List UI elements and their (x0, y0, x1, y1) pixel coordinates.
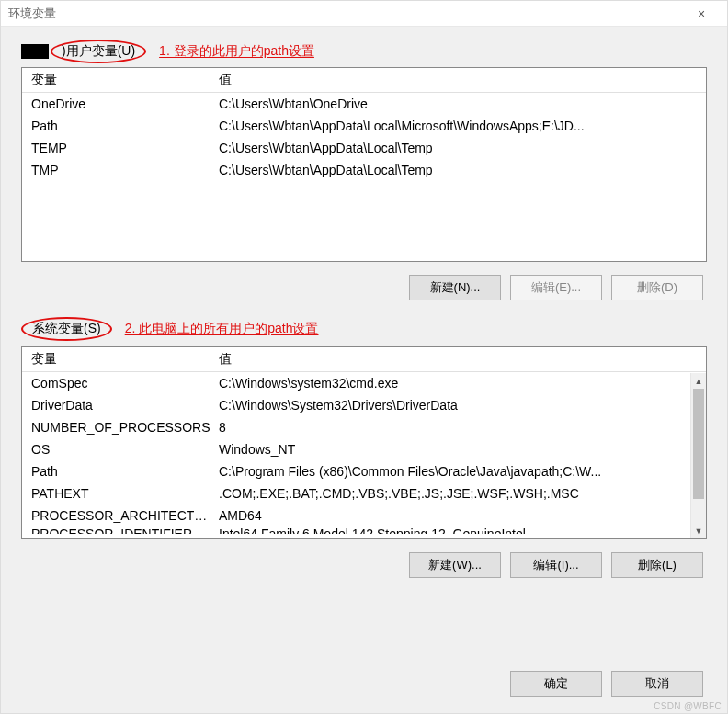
system-edit-button[interactable]: 编辑(I)... (510, 552, 602, 578)
var-name: OneDrive (22, 95, 215, 113)
var-value: Windows_NT (215, 440, 690, 459)
table-row[interactable]: ComSpecC:\Windows\system32\cmd.exe (22, 372, 690, 394)
header-value[interactable]: 值 (215, 351, 706, 368)
table-row[interactable]: PROCESSOR_ARCHITECTUREAMD64 (22, 504, 690, 527)
user-edit-button[interactable]: 编辑(E)... (510, 275, 602, 300)
system-variables-list[interactable]: 变量 值 ComSpecC:\Windows\system32\cmd.exeD… (21, 346, 707, 539)
system-section-header: 系统变量(S) 2. 此电脑上的所有用户的path设置 (21, 317, 707, 341)
watermark: CSDN @WBFC (654, 701, 722, 711)
table-row[interactable]: PATHEXT.COM;.EXE;.BAT;.CMD;.VBS;.VBE;.JS… (22, 482, 690, 504)
var-name: OS (22, 440, 215, 459)
titlebar: 环境变量 × (1, 1, 727, 27)
user-variables-list[interactable]: 变量 值 OneDriveC:\Users\Wbtan\OneDrivePath… (21, 67, 707, 262)
header-variable[interactable]: 变量 (22, 351, 215, 368)
var-value: C:\Users\Wbtan\OneDrive (215, 95, 706, 113)
dialog-content: )用户变量(U) 1. 登录的此用户的path设置 变量 值 OneDriveC… (1, 27, 727, 596)
var-name: TMP (22, 161, 215, 179)
var-value: C:\Users\Wbtan\AppData\Local\Microsoft\W… (215, 117, 706, 135)
scrollbar[interactable]: ▲ ▼ (690, 373, 706, 538)
var-value: AMD64 (215, 506, 690, 525)
var-value: 8 (215, 418, 690, 436)
window-title: 环境变量 (8, 6, 683, 22)
var-value: C:\Windows\system32\cmd.exe (215, 374, 690, 392)
scroll-down-icon[interactable]: ▼ (691, 523, 706, 538)
system-delete-button[interactable]: 删除(L) (611, 552, 703, 578)
cancel-button[interactable]: 取消 (611, 671, 703, 697)
user-annotation: 1. 登录的此用户的path设置 (159, 43, 314, 60)
user-variables-label: )用户变量(U) (51, 40, 146, 63)
table-row[interactable]: TEMPC:\Users\Wbtan\AppData\Local\Temp (22, 137, 706, 159)
var-name: PATHEXT (22, 484, 215, 503)
scroll-up-icon[interactable]: ▲ (691, 373, 706, 389)
var-name: DriverData (22, 396, 215, 414)
table-row[interactable]: NUMBER_OF_PROCESSORS8 (22, 416, 690, 438)
table-row[interactable]: PathC:\Users\Wbtan\AppData\Local\Microso… (22, 115, 706, 137)
dialog-button-row: 确定 取消 (510, 671, 703, 697)
table-row[interactable]: PathC:\Program Files (x86)\Common Files\… (22, 460, 690, 482)
var-name: Path (22, 462, 215, 481)
table-row[interactable]: TMPC:\Users\Wbtan\AppData\Local\Temp (22, 159, 706, 181)
user-button-row: 新建(N)... 编辑(E)... 删除(D) (21, 262, 707, 317)
list-header: 变量 值 (22, 347, 706, 372)
environment-variables-dialog: 环境变量 × )用户变量(U) 1. 登录的此用户的path设置 变量 值 On… (0, 0, 728, 714)
scroll-thumb[interactable] (693, 389, 704, 499)
system-new-button[interactable]: 新建(W)... (409, 552, 501, 578)
table-row-partial[interactable]: PROCESSOR_IDENTIFIERIntel64 Family 6 Mod… (22, 527, 690, 534)
user-new-button[interactable]: 新建(N)... (409, 275, 501, 300)
table-row[interactable]: OSWindows_NT (22, 438, 690, 460)
user-section-header: )用户变量(U) 1. 登录的此用户的path设置 (21, 40, 707, 63)
var-value: C:\Windows\System32\Drivers\DriverData (215, 396, 690, 414)
var-name: Path (22, 117, 215, 135)
var-value: C:\Users\Wbtan\AppData\Local\Temp (215, 161, 706, 179)
redacted-username (21, 44, 49, 59)
user-delete-button[interactable]: 删除(D) (611, 275, 703, 300)
system-annotation: 2. 此电脑上的所有用户的path设置 (125, 321, 319, 337)
var-value: C:\Users\Wbtan\AppData\Local\Temp (215, 139, 706, 157)
var-name: PROCESSOR_ARCHITECTURE (22, 506, 215, 525)
system-variables-label: 系统变量(S) (21, 317, 112, 341)
var-name: NUMBER_OF_PROCESSORS (22, 418, 215, 436)
var-value: .COM;.EXE;.BAT;.CMD;.VBS;.VBE;.JS;.JSE;.… (215, 484, 690, 503)
header-value[interactable]: 值 (215, 72, 706, 88)
var-name: ComSpec (22, 374, 215, 392)
ok-button[interactable]: 确定 (510, 671, 602, 697)
header-variable[interactable]: 变量 (22, 72, 215, 88)
system-button-row: 新建(W)... 编辑(I)... 删除(L) (21, 539, 707, 589)
var-name: TEMP (22, 139, 215, 157)
table-row[interactable]: OneDriveC:\Users\Wbtan\OneDrive (22, 93, 706, 115)
list-header: 变量 值 (22, 68, 706, 93)
close-icon[interactable]: × (683, 6, 720, 21)
var-value: C:\Program Files (x86)\Common Files\Orac… (215, 462, 690, 481)
table-row[interactable]: DriverDataC:\Windows\System32\Drivers\Dr… (22, 394, 690, 416)
